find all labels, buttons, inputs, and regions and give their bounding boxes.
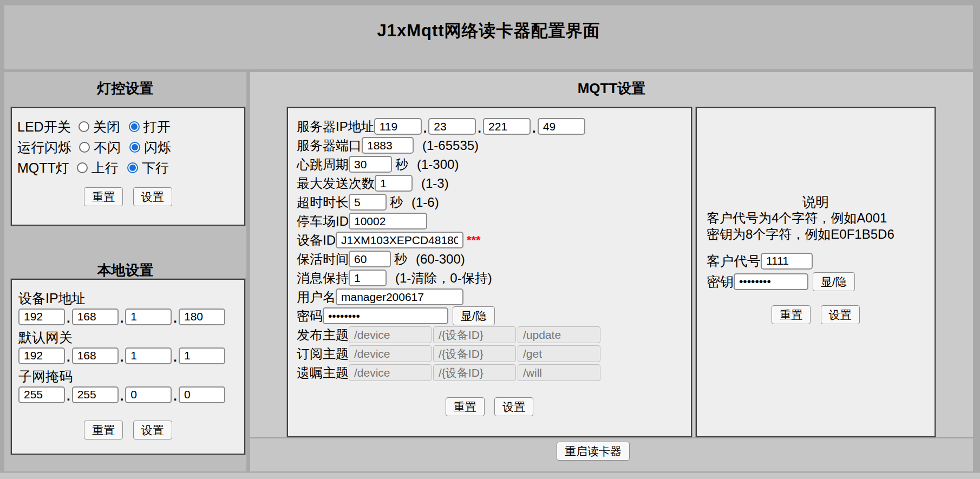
keep-alive-input[interactable] bbox=[349, 251, 391, 267]
ip-dot-separator: . bbox=[119, 346, 126, 365]
page-header: J1xMqtt网络读卡器配置界面 bbox=[4, 5, 973, 69]
publish-topic-part1-input bbox=[349, 326, 432, 343]
username-input[interactable] bbox=[336, 288, 463, 305]
subnet-mask-octet4-input[interactable] bbox=[179, 386, 225, 403]
password-input[interactable] bbox=[323, 307, 448, 324]
gateway-octet4-input[interactable] bbox=[179, 347, 225, 364]
mqtt-set-button[interactable]: 设置 bbox=[494, 397, 533, 416]
subscribe-topic-part1-input bbox=[349, 345, 432, 362]
server-ip-octet3-input[interactable] bbox=[483, 118, 531, 135]
mqtt-reset-button[interactable]: 重置 bbox=[446, 397, 485, 416]
radio-unchecked-icon[interactable] bbox=[79, 142, 90, 153]
subscribe-topic-part2-input bbox=[433, 345, 516, 362]
gateway-octet1-input[interactable] bbox=[18, 347, 65, 364]
publish-topic-part3-input bbox=[518, 326, 600, 343]
device-id-required-mark: *** bbox=[467, 233, 481, 247]
subscribe-topic-part3-input bbox=[518, 345, 600, 362]
device-id-row: 设备ID *** bbox=[297, 231, 691, 250]
publish-topic-label: 发布主题 bbox=[297, 326, 349, 344]
server-ip-row: 服务器IP地址 . . . bbox=[297, 117, 691, 136]
subnet-mask-label: 子网掩码 bbox=[18, 368, 244, 385]
led-switch-option-off[interactable]: 关闭 bbox=[79, 118, 120, 136]
max-send-label: 最大发送次数 bbox=[297, 175, 375, 192]
server-ip-octet4-input[interactable] bbox=[538, 118, 585, 135]
max-send-hint: (1-3) bbox=[421, 176, 449, 191]
park-id-input[interactable] bbox=[349, 213, 427, 229]
page-title: J1xMqtt网络读卡器配置界面 bbox=[4, 5, 973, 42]
publish-topic-row: 发布主题 bbox=[297, 325, 691, 344]
client-code-input[interactable] bbox=[761, 253, 813, 270]
radio-unchecked-icon[interactable] bbox=[77, 162, 88, 173]
keep-alive-row: 保活时间 秒 (60-300) bbox=[297, 250, 691, 268]
ip-dot-separator: . bbox=[422, 117, 429, 136]
device-ip-octet1-input[interactable] bbox=[18, 309, 65, 325]
device-ip-octet2-input[interactable] bbox=[72, 309, 119, 325]
info-line-secret-key: 密钥为8个字符，例如E0F1B5D6 bbox=[697, 226, 935, 242]
info-line-client-code: 客户代号为4个字符，例如A001 bbox=[697, 210, 935, 226]
gateway-label: 默认网关 bbox=[18, 329, 244, 346]
subscribe-topic-row: 订阅主题 bbox=[297, 344, 691, 363]
keep-alive-unit: 秒 bbox=[394, 251, 407, 268]
run-blink-row: 运行闪烁 不闪 闪烁 bbox=[17, 137, 244, 158]
server-port-row: 服务器端口 (1-65535) bbox=[297, 136, 691, 155]
gateway-inputs: . . . bbox=[18, 346, 244, 365]
subnet-mask-octet2-input[interactable] bbox=[72, 386, 119, 403]
info-title: 说明 bbox=[697, 194, 935, 210]
server-ip-octet2-input[interactable] bbox=[428, 118, 476, 135]
gateway-octet2-input[interactable] bbox=[72, 347, 119, 364]
local-set-button[interactable]: 设置 bbox=[133, 421, 172, 439]
device-ip-octet3-input[interactable] bbox=[125, 309, 172, 325]
retain-label: 消息保持 bbox=[297, 270, 349, 287]
retain-input[interactable] bbox=[349, 270, 387, 286]
run-blink-option-on[interactable]: 闪烁 bbox=[129, 139, 171, 156]
info-reset-button[interactable]: 重置 bbox=[772, 305, 811, 324]
will-topic-part3-input bbox=[518, 364, 600, 381]
device-ip-octet4-input[interactable] bbox=[179, 309, 225, 325]
park-id-row: 停车场ID bbox=[297, 212, 691, 231]
heartbeat-label: 心跳周期 bbox=[297, 156, 349, 173]
mqtt-light-label: MQTT灯 bbox=[17, 159, 69, 177]
device-id-input[interactable] bbox=[336, 232, 463, 248]
server-ip-octet1-input[interactable] bbox=[374, 118, 422, 135]
ip-dot-separator: . bbox=[531, 117, 538, 136]
client-code-label: 客户代号 bbox=[707, 252, 761, 270]
light-set-button[interactable]: 设置 bbox=[133, 187, 172, 206]
info-set-button[interactable]: 设置 bbox=[821, 305, 860, 324]
radio-checked-icon[interactable] bbox=[127, 162, 138, 173]
client-code-row: 客户代号 bbox=[697, 251, 935, 271]
led-switch-row: LED开关 关闭 打开 bbox=[17, 116, 244, 137]
mqtt-light-option-down[interactable]: 下行 bbox=[127, 159, 169, 177]
led-switch-label: LED开关 bbox=[17, 118, 71, 136]
ip-dot-separator: . bbox=[65, 346, 72, 365]
publish-topic-part2-input bbox=[433, 326, 516, 343]
timeout-input[interactable] bbox=[349, 194, 387, 211]
radio-checked-icon[interactable] bbox=[129, 142, 140, 153]
subnet-mask-octet1-input[interactable] bbox=[18, 386, 65, 403]
horizontal-scrollbar[interactable] bbox=[0, 473, 980, 479]
led-switch-option-on[interactable]: 打开 bbox=[129, 118, 171, 136]
password-label: 密码 bbox=[297, 307, 323, 325]
local-reset-button[interactable]: 重置 bbox=[84, 421, 123, 439]
gateway-octet3-input[interactable] bbox=[125, 347, 172, 364]
password-show-hide-button[interactable]: 显/隐 bbox=[453, 306, 495, 325]
mqtt-column: MQTT设置 服务器IP地址 . . . 服务器端口 (1-65535) 心跳周… bbox=[250, 72, 973, 471]
run-blink-option-off[interactable]: 不闪 bbox=[79, 139, 121, 156]
bottom-strip: 重启读卡器 bbox=[250, 437, 973, 471]
info-panel: 说明 客户代号为4个字符，例如A001 密钥为8个字符，例如E0F1B5D6 客… bbox=[696, 107, 936, 437]
radio-checked-icon[interactable] bbox=[129, 121, 140, 132]
radio-unchecked-icon[interactable] bbox=[79, 121, 89, 132]
server-port-input[interactable] bbox=[362, 137, 414, 154]
will-topic-row: 遗嘱主题 bbox=[297, 363, 691, 382]
light-settings-panel: LED开关 关闭 打开 运行闪烁 不闪 闪烁 bbox=[11, 107, 245, 226]
secret-key-input[interactable] bbox=[734, 273, 808, 290]
light-reset-button[interactable]: 重置 bbox=[84, 187, 123, 206]
subnet-mask-octet3-input[interactable] bbox=[125, 386, 172, 403]
will-topic-part1-input bbox=[349, 364, 432, 381]
server-ip-label: 服务器IP地址 bbox=[297, 118, 374, 135]
max-send-input[interactable] bbox=[375, 175, 413, 192]
secret-show-hide-button[interactable]: 显/隐 bbox=[813, 272, 855, 291]
heartbeat-input[interactable] bbox=[349, 156, 392, 173]
mqtt-light-option-up[interactable]: 上行 bbox=[77, 159, 119, 177]
mqtt-light-down-label: 下行 bbox=[142, 159, 169, 177]
restart-reader-button[interactable]: 重启读卡器 bbox=[557, 442, 630, 461]
